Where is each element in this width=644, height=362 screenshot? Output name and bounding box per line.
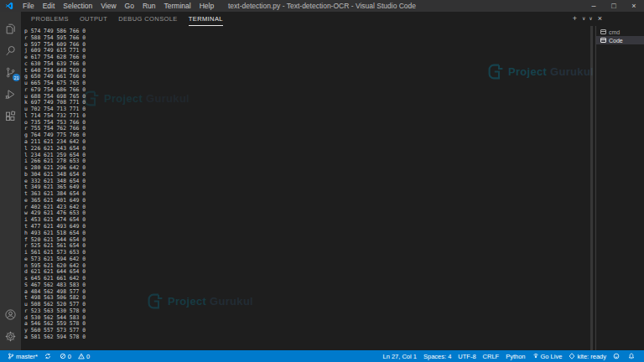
terminal-tab-label: Code [609, 38, 623, 44]
run-and-debug-icon[interactable] [0, 83, 21, 105]
hide-panel-icon[interactable]: ∨ [587, 12, 594, 26]
terminal-icon [600, 29, 606, 34]
panel-tab-terminal[interactable]: TERMINAL [189, 12, 223, 26]
status-bar: master*00 Ln 27, Col 1Spaces: 4UTF-8CRLF… [0, 350, 644, 362]
kite-status-label: kite: ready [577, 353, 606, 360]
terminal-line: o 735 754 753 766 0 [24, 120, 595, 127]
terminal-line: a 211 621 234 642 0 [24, 139, 595, 146]
main-area: 21 PROBLEMSOUTPUTDEBUG CONSOLETERMINAL +… [0, 12, 644, 350]
go-live[interactable]: Go Live [529, 350, 566, 362]
terminal-line: u 508 562 520 577 0 [24, 302, 595, 308]
terminal-panel: PROBLEMSOUTPUTDEBUG CONSOLETERMINAL + ∨ … [21, 12, 644, 350]
terminal-line: u 688 754 698 765 0 [24, 94, 595, 101]
terminal-line: s 280 621 296 642 0 [24, 165, 595, 172]
terminal-line: t 363 621 384 654 0 [24, 191, 595, 198]
source-control-badge: 21 [13, 74, 20, 81]
go-live-label: Go Live [541, 353, 563, 360]
terminal-line: i 266 621 278 653 0 [24, 158, 595, 165]
terminal-line: b 304 621 348 654 0 [24, 172, 595, 178]
terminal-line: i 453 621 474 654 0 [24, 217, 595, 224]
panel-tab-problems[interactable]: PROBLEMS [31, 12, 69, 26]
close-button[interactable]: × [624, 0, 644, 12]
terminal-output[interactable]: p 574 749 586 766 0r 588 754 595 766 0o … [21, 26, 595, 350]
errors-count-label: 0 [68, 353, 71, 360]
eol-sequence[interactable]: CRLF [480, 350, 503, 362]
terminal-line: p 574 749 586 766 0 [24, 28, 595, 35]
search-icon[interactable] [0, 39, 21, 61]
terminal-line: l 714 754 732 771 0 [24, 113, 595, 120]
new-terminal-dropdown-icon[interactable]: ∨ [580, 12, 587, 26]
status-bar-left: master*00 [4, 350, 93, 362]
terminal-line: g 650 749 661 766 0 [24, 74, 595, 80]
terminal-line: t 640 754 648 769 0 [24, 68, 595, 75]
kite-status[interactable]: kite: ready [565, 350, 610, 362]
menu-edit[interactable]: Edit [39, 0, 60, 12]
terminal-line: g 764 749 775 766 0 [24, 132, 595, 139]
terminal-line: u 665 754 675 765 0 [24, 80, 595, 87]
panel-tab-debug-console[interactable]: DEBUG CONSOLE [118, 12, 178, 26]
menu-view[interactable]: View [96, 0, 120, 12]
menu-terminal[interactable]: Terminal [160, 0, 195, 12]
terminal-line: d 621 621 644 654 0 [24, 269, 595, 276]
kite-icon [569, 353, 575, 359]
encoding[interactable]: UTF-8 [454, 350, 479, 362]
terminal-tab-code[interactable]: Code [596, 36, 644, 44]
terminal-line: r 525 621 561 654 0 [24, 243, 595, 250]
terminal-scrollbar[interactable] [590, 26, 593, 350]
eol-sequence-label: CRLF [483, 353, 500, 360]
smiley-icon [613, 353, 620, 359]
terminal-line: a 581 562 594 578 0 [24, 334, 595, 341]
menu-selection[interactable]: Selection [59, 0, 96, 12]
git-branch-icon [8, 353, 14, 359]
explorer-icon[interactable] [0, 18, 21, 39]
branch-status[interactable]: master* [4, 350, 41, 362]
settings-gear-icon[interactable] [0, 325, 21, 347]
terminal-line: S 467 562 483 583 0 [24, 282, 595, 289]
cursor-position-label: Ln 27, Col 1 [383, 353, 417, 360]
terminal-line: l 234 621 259 654 0 [24, 153, 595, 159]
menu-help[interactable]: Help [195, 0, 218, 12]
terminal-line: t 349 621 365 649 0 [24, 184, 595, 191]
error-icon [60, 353, 66, 359]
menu-file[interactable]: File [18, 0, 39, 12]
terminal-line: i 561 621 573 653 0 [24, 250, 595, 256]
source-control-icon[interactable]: 21 [0, 61, 21, 83]
new-terminal-button[interactable]: + [569, 12, 580, 26]
warnings-count[interactable]: 0 [75, 350, 93, 362]
status-bar-right: Ln 27, Col 1Spaces: 4UTF-8CRLFPythonGo L… [380, 350, 640, 362]
window-controls: – □ × [584, 0, 644, 12]
terminal-line: h 493 621 518 654 0 [24, 230, 595, 237]
menu-run[interactable]: Run [138, 0, 160, 12]
panel-header: PROBLEMSOUTPUTDEBUG CONSOLETERMINAL + ∨ … [21, 12, 644, 26]
terminal-line: u 702 754 713 771 0 [24, 106, 595, 113]
terminal-line: e 573 621 594 642 0 [24, 256, 595, 263]
errors-count[interactable]: 0 [56, 350, 75, 362]
terminal-tabs-list: cmdCode [595, 26, 644, 350]
terminal-line: j 609 749 615 771 0 [24, 48, 595, 54]
menu-go[interactable]: Go [121, 0, 138, 12]
menu-bar: FileEditSelectionViewGoRunTerminalHelp [18, 0, 218, 12]
account-icon[interactable] [0, 303, 21, 325]
feedback[interactable] [610, 350, 625, 362]
sync-button[interactable] [41, 350, 56, 362]
cursor-position[interactable]: Ln 27, Col 1 [380, 350, 420, 362]
terminal-line: w 429 621 476 653 0 [24, 210, 595, 217]
maximize-button[interactable]: □ [604, 0, 624, 12]
title-bar: FileEditSelectionViewGoRunTerminalHelp t… [0, 0, 644, 12]
close-panel-icon[interactable]: × [595, 12, 605, 26]
activity-bar: 21 [0, 12, 21, 350]
panel-tabs: PROBLEMSOUTPUTDEBUG CONSOLETERMINAL [31, 12, 234, 26]
minimize-button[interactable]: – [584, 0, 604, 12]
terminal-line: r 402 621 423 642 0 [24, 204, 595, 211]
terminal-line: o 597 754 609 766 0 [24, 42, 595, 49]
terminal-line: a 546 562 559 578 0 [24, 321, 595, 328]
vscode-logo-icon [3, 0, 15, 12]
terminal-tab-cmd[interactable]: cmd [596, 28, 644, 36]
language-mode[interactable]: Python [502, 350, 528, 362]
notifications[interactable] [625, 350, 640, 362]
terminal-line: l 226 621 243 654 0 [24, 146, 595, 153]
indentation[interactable]: Spaces: 4 [420, 350, 454, 362]
panel-tab-output[interactable]: OUTPUT [80, 12, 107, 26]
terminal-line: r 523 563 530 578 0 [24, 308, 595, 315]
extensions-icon[interactable] [0, 105, 21, 127]
